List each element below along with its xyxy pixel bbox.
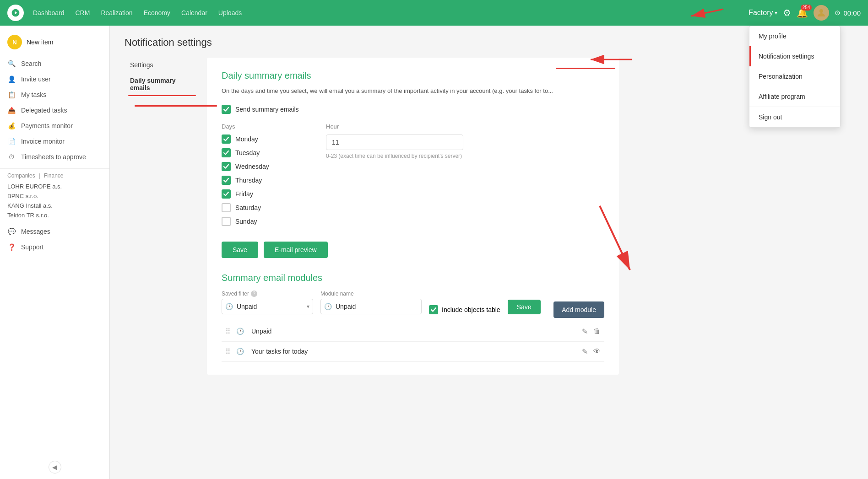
friday-checkbox[interactable] [222, 189, 231, 199]
module-name-input[interactable] [320, 299, 422, 314]
sunday-checkbox[interactable] [222, 217, 231, 226]
dropdown-notification-settings[interactable]: Notification settings [749, 46, 840, 66]
settings-nav-daily-summary[interactable]: Daily summary emails [125, 73, 200, 95]
sidebar-divider [0, 168, 109, 169]
send-emails-checkbox[interactable] [222, 105, 231, 114]
filter-icon: 🕐 [225, 303, 233, 310]
module-list: ⠿ 🕐 Unpaid ✎ 🗑 ⠿ 🕐 Your tasks for today … [222, 322, 604, 362]
notification-badge: 254 [801, 5, 812, 11]
delete-module-button[interactable]: 🗑 [593, 327, 601, 336]
tasks-icon: 📋 [7, 91, 16, 98]
sidebar-user: N New item [0, 31, 109, 56]
sidebar-item-search[interactable]: 🔍 Search [0, 56, 109, 71]
include-objects-label: Include objects table [442, 306, 500, 313]
sunday-label: Sunday [235, 218, 257, 225]
monday-checkbox[interactable] [222, 135, 231, 144]
saturday-label: Saturday [235, 204, 261, 211]
day-row-monday: Monday [222, 135, 304, 144]
modules-save-button[interactable]: Save [508, 300, 541, 314]
day-row-friday: Friday [222, 189, 304, 199]
settings-sidebar: Settings Daily summary emails [125, 58, 207, 375]
edit-module-button[interactable]: ✎ [582, 327, 588, 336]
dropdown-affiliate[interactable]: Affiliate program [749, 86, 840, 107]
nav-crm[interactable]: CRM [76, 9, 90, 16]
send-emails-label: Send summary emails [235, 106, 299, 113]
module-name-wrapper: 🕐 [320, 299, 422, 314]
nav-links: Dashboard CRM Realization Economy Calend… [33, 9, 749, 16]
avatar[interactable] [814, 5, 829, 21]
factory-button[interactable]: Factory ▾ [749, 9, 777, 17]
drag-handle-icon[interactable]: ⠿ [225, 347, 231, 356]
nav-uploads[interactable]: Uploads [218, 9, 242, 16]
bell-wrapper: 🔔 254 [797, 7, 808, 18]
daily-summary-description: On the days and time you select, we will… [222, 86, 604, 96]
company-item[interactable]: BPNC s.r.o. [7, 191, 102, 201]
search-icon: 🔍 [7, 60, 16, 67]
sidebar-item-timesheets[interactable]: ⏱ Timesheets to approve [0, 149, 109, 165]
eye-module-tasks-button[interactable]: 👁 [593, 347, 601, 356]
app-logo[interactable] [7, 5, 24, 21]
wednesday-checkbox[interactable] [222, 162, 231, 171]
support-icon: ❓ [7, 243, 16, 251]
include-objects-checkbox[interactable] [429, 305, 438, 314]
module-actions-unpaid: ✎ 🗑 [582, 327, 601, 336]
nav-economy[interactable]: Economy [144, 9, 170, 16]
edit-module-tasks-button[interactable]: ✎ [582, 347, 588, 356]
delegated-icon: 📤 [7, 107, 16, 114]
hour-input[interactable] [326, 135, 463, 150]
sidebar-item-delegated[interactable]: 📤 Delegated tasks [0, 102, 109, 118]
chevron-down-icon: ▾ [775, 10, 777, 16]
dropdown-sign-out[interactable]: Sign out [749, 107, 840, 127]
send-emails-row: Send summary emails [222, 105, 604, 114]
dropdown-my-profile[interactable]: My profile [749, 26, 840, 46]
sidebar-avatar: N [7, 35, 22, 49]
sidebar-item-invite[interactable]: 👤 Invite user [0, 71, 109, 87]
sidebar-item-support[interactable]: ❓ Support [0, 239, 109, 255]
add-module-button[interactable]: Add module [553, 301, 604, 318]
nav-calendar[interactable]: Calendar [181, 9, 207, 16]
company-item[interactable]: Tekton TR s.r.o. [7, 210, 102, 220]
email-preview-button[interactable]: E-mail preview [264, 242, 328, 258]
module-item-unpaid: ⠿ 🕐 Unpaid ✎ 🗑 [222, 322, 604, 342]
module-name-unpaid: Unpaid [251, 328, 576, 335]
modules-form: Saved filter ? 🕐 Unpaid ▾ Module name [222, 291, 604, 314]
sidebar-collapse-button[interactable]: ◀ [49, 461, 61, 474]
saved-filter-field: Saved filter ? 🕐 Unpaid ▾ [222, 291, 313, 314]
nav-dashboard[interactable]: Dashboard [33, 9, 65, 16]
top-navigation: Dashboard CRM Realization Economy Calend… [0, 0, 868, 26]
save-button[interactable]: Save [222, 242, 258, 258]
timer-icon: ⊙ [835, 9, 841, 17]
company-item[interactable]: KANG Install a.s. [7, 201, 102, 210]
module-name-icon: 🕐 [324, 303, 332, 310]
settings-layout: Settings Daily summary emails Daily summ… [125, 58, 853, 375]
monday-label: Monday [235, 135, 258, 143]
settings-nav-settings[interactable]: Settings [125, 58, 200, 72]
module-icon-unpaid: 🕐 [236, 328, 244, 335]
sidebar-item-mytasks[interactable]: 📋 My tasks [0, 87, 109, 102]
company-item[interactable]: LOHR EUROPE a.s. [7, 182, 102, 191]
invite-icon: 👤 [7, 75, 16, 83]
saturday-checkbox[interactable] [222, 203, 231, 212]
gear-icon[interactable]: ⚙ [783, 7, 791, 18]
saved-filter-select[interactable]: Unpaid [222, 299, 313, 314]
hour-column: Hour 0-23 (exact time can be influenced … [326, 123, 463, 231]
drag-handle-icon[interactable]: ⠿ [225, 327, 231, 336]
day-row-saturday: Saturday [222, 203, 304, 212]
thursday-checkbox[interactable] [222, 176, 231, 185]
modules-title: Summary email modules [222, 273, 604, 283]
user-dropdown-menu: My profile Notification settings Persona… [749, 26, 841, 128]
dropdown-personalization[interactable]: Personalization [749, 66, 840, 86]
nav-realization[interactable]: Realization [101, 9, 132, 16]
daily-summary-title: Daily summary emails [222, 70, 604, 81]
include-objects-row: Include objects table [429, 305, 500, 314]
timer-display[interactable]: ⊙ 00:00 [835, 9, 861, 17]
action-buttons-row: Save E-mail preview [222, 242, 604, 258]
day-row-sunday: Sunday [222, 217, 304, 226]
sidebar-item-invoices[interactable]: 📄 Invoice monitor [0, 134, 109, 149]
sidebar-item-payments[interactable]: 💰 Payments monitor [0, 118, 109, 134]
tuesday-label: Tuesday [235, 149, 260, 156]
tuesday-checkbox[interactable] [222, 148, 231, 157]
help-icon[interactable]: ? [251, 291, 257, 297]
sidebar-item-messages[interactable]: 💬 Messages [0, 224, 109, 239]
module-name-field: Module name 🕐 [320, 291, 422, 314]
